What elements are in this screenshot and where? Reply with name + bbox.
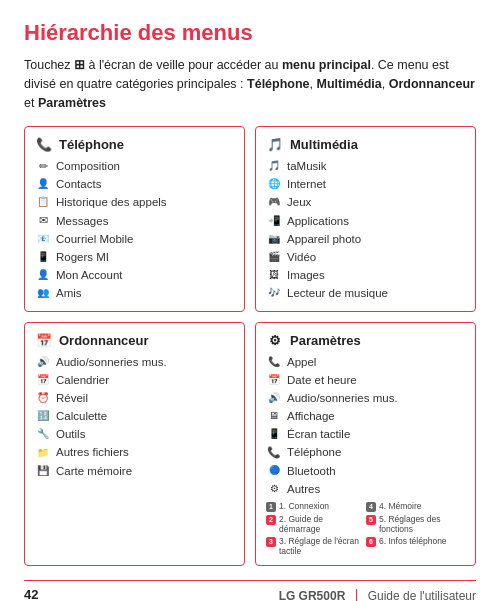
account-icon	[35, 267, 51, 283]
footnote-grid: 1 1. Connexion 4 4. Mémoire 2 2. Guide d…	[266, 501, 465, 557]
reveil-icon	[35, 390, 51, 406]
carte-icon	[35, 463, 51, 479]
appel-icon	[266, 354, 282, 370]
audio2-icon	[266, 390, 282, 406]
list-item: taMusik	[266, 158, 465, 174]
fn3-num: 3	[266, 537, 276, 547]
fn1-num: 1	[266, 502, 276, 512]
list-item: Appel	[266, 354, 465, 370]
footnote-1: 1 1. Connexion	[266, 501, 365, 512]
fn4-text: 4. Mémoire	[379, 501, 422, 511]
footnote-3: 3 3. Réglage de l'écran tactile	[266, 536, 365, 556]
telephone-header: Téléphone	[35, 135, 234, 153]
list-item: Téléphone	[266, 444, 465, 460]
list-item: Vidéo	[266, 249, 465, 265]
affichage-icon	[266, 408, 282, 424]
fn1-text: 1. Connexion	[279, 501, 329, 511]
fn6-text: 6. Infos téléphone	[379, 536, 447, 546]
bluetooth-icon	[266, 463, 282, 479]
camera-icon	[266, 231, 282, 247]
list-item: Contacts	[35, 176, 234, 192]
list-item: Audio/sonneries mus.	[266, 390, 465, 406]
parametres-list: Appel Date et heure Audio/sonneries mus.…	[266, 354, 465, 497]
composition-icon	[35, 158, 51, 174]
list-item: Autres	[266, 481, 465, 497]
list-item: Lecteur de musique	[266, 285, 465, 301]
parametres-icon	[266, 331, 284, 349]
date-icon	[266, 372, 282, 388]
list-item: Écran tactile	[266, 426, 465, 442]
telephone-icon	[35, 135, 53, 153]
multimedia-header: Multimédia	[266, 135, 465, 153]
list-item: Autres fichiers	[35, 444, 234, 460]
video-icon	[266, 249, 282, 265]
outils-icon	[35, 426, 51, 442]
list-item: Rogers MI	[35, 249, 234, 265]
fn3-text: 3. Réglage de l'écran tactile	[279, 536, 365, 556]
fn5-text: 5. Réglages des fonctions	[379, 514, 465, 534]
list-item: Calendrier	[35, 372, 234, 388]
footer: 42 LG GR500R | Guide de l'utilisateur	[24, 580, 476, 601]
list-item: Jeux	[266, 194, 465, 210]
footnote-6: 6 6. Infos téléphone	[366, 536, 465, 556]
parametres-title: Paramètres	[290, 333, 361, 348]
list-item: Internet	[266, 176, 465, 192]
page-number: 42	[24, 587, 38, 601]
autres-icon	[266, 481, 282, 497]
multimedia-icon	[266, 135, 284, 153]
list-item: Composition	[35, 158, 234, 174]
fn6-num: 6	[366, 537, 376, 547]
list-item: Carte mémoire	[35, 463, 234, 479]
internet-icon	[266, 176, 282, 192]
ordonnanceur-header: Ordonnanceur	[35, 331, 234, 349]
messages-icon	[35, 213, 51, 229]
footer-brand-guide: LG GR500R | Guide de l'utilisateur	[279, 587, 476, 601]
multimedia-list: taMusik Internet Jeux Applications Appar…	[266, 158, 465, 301]
images-icon	[266, 267, 282, 283]
list-item: Images	[266, 267, 465, 283]
ordonnanceur-list: Audio/sonneries mus. Calendrier Réveil C…	[35, 354, 234, 479]
audio-icon	[35, 354, 51, 370]
fn5-num: 5	[366, 515, 376, 525]
applications-icon	[266, 213, 282, 229]
list-item: Date et heure	[266, 372, 465, 388]
calculette-icon	[35, 408, 51, 424]
list-item: Amis	[35, 285, 234, 301]
list-item: Historique des appels	[35, 194, 234, 210]
fn2-text: 2. Guide de démarrage	[279, 514, 365, 534]
list-item: Appareil photo	[266, 231, 465, 247]
parametres-box: Paramètres Appel Date et heure Audio/son…	[255, 322, 476, 566]
fn4-num: 4	[366, 502, 376, 512]
footnote-5: 5 5. Réglages des fonctions	[366, 514, 465, 534]
ordonnanceur-title: Ordonnanceur	[59, 333, 149, 348]
ordonnanceur-icon	[35, 331, 53, 349]
list-item: Messages	[35, 213, 234, 229]
fn2-num: 2	[266, 515, 276, 525]
list-item: Audio/sonneries mus.	[35, 354, 234, 370]
contacts-icon	[35, 176, 51, 192]
list-item: Bluetooth	[266, 463, 465, 479]
list-item: Outils	[35, 426, 234, 442]
menu-grid: Téléphone Composition Contacts Historiqu…	[24, 126, 476, 566]
list-item: Courriel Mobile	[35, 231, 234, 247]
amis-icon	[35, 285, 51, 301]
intro-paragraph: Touchez ⊞ à l'écran de veille pour accéd…	[24, 56, 476, 112]
brand-name: LG GR500R	[279, 589, 346, 601]
footnote-4: 4 4. Mémoire	[366, 501, 465, 512]
ordonnanceur-box: Ordonnanceur Audio/sonneries mus. Calend…	[24, 322, 245, 566]
multimedia-box: Multimédia taMusik Internet Jeux Applica…	[255, 126, 476, 312]
telephone-title: Téléphone	[59, 137, 124, 152]
multimedia-title: Multimédia	[290, 137, 358, 152]
tamusik-icon	[266, 158, 282, 174]
footnote-2: 2 2. Guide de démarrage	[266, 514, 365, 534]
ecran-icon	[266, 426, 282, 442]
lecteur-icon	[266, 285, 282, 301]
parametres-header: Paramètres	[266, 331, 465, 349]
files-icon	[35, 445, 51, 461]
list-item: Calculette	[35, 408, 234, 424]
list-item: Affichage	[266, 408, 465, 424]
jeux-icon	[266, 194, 282, 210]
email-icon	[35, 231, 51, 247]
history-icon	[35, 194, 51, 210]
list-item: Mon Account	[35, 267, 234, 283]
